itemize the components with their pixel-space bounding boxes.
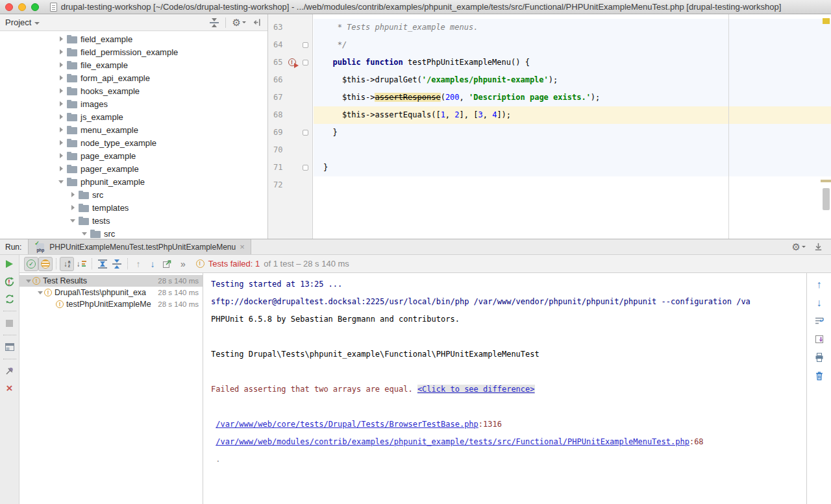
fold-marker-icon[interactable] (303, 60, 308, 66)
chevron-right-icon[interactable] (57, 87, 65, 95)
project-tree-item-page_example[interactable]: page_example (0, 149, 267, 162)
print-button[interactable] (813, 351, 826, 364)
project-tree-item-field_permission_example[interactable]: field_permission_example (0, 45, 267, 58)
test-failed-gutter-icon[interactable] (288, 58, 296, 66)
stop-button[interactable] (4, 317, 16, 329)
code-line-text[interactable] (314, 176, 831, 194)
scroll-to-end-button[interactable] (813, 333, 826, 346)
previous-failed-test-button[interactable]: ↑ (131, 257, 145, 271)
line-number[interactable]: 66 (268, 71, 286, 89)
line-number[interactable]: 72 (268, 176, 286, 194)
line-number[interactable]: 65 (268, 54, 286, 71)
up-stack-trace-button[interactable]: ↑ (813, 278, 826, 291)
pin-tab-button[interactable] (4, 365, 16, 377)
chevron-right-icon[interactable] (57, 35, 65, 43)
import-test-results-button[interactable] (160, 257, 174, 271)
sort-alphabetically-button[interactable]: ↓az (60, 257, 74, 271)
close-window-button[interactable] (5, 3, 13, 11)
caret-stripe-mark[interactable] (821, 180, 831, 182)
warning-stripe-mark[interactable] (823, 18, 830, 24)
chevron-right-icon[interactable] (57, 126, 65, 134)
chevron-right-icon[interactable] (57, 165, 65, 173)
editor[interactable]: 63 * Tests phpunit_example menus.64 */65… (268, 14, 831, 239)
rerun-failed-tests-button[interactable]: ! (4, 276, 16, 287)
project-tree-item-tests[interactable]: tests (0, 214, 267, 227)
project-tree-item-src[interactable]: src (0, 227, 267, 239)
close-tool-window-button[interactable]: × (4, 383, 16, 394)
project-tree-item-pager_example[interactable]: pager_example (0, 162, 267, 175)
chevron-right-icon[interactable] (57, 100, 65, 108)
line-number[interactable]: 63 (268, 19, 286, 36)
chevron-down-icon[interactable] (36, 289, 44, 296)
chevron-down-icon[interactable] (57, 178, 65, 186)
down-stack-trace-button[interactable]: ↓ (813, 296, 826, 309)
project-panel-title[interactable]: Project (5, 18, 40, 27)
project-tree-item-images[interactable]: images (0, 97, 267, 110)
hide-panel-icon[interactable] (253, 18, 262, 27)
code-line-text[interactable]: $this->drupalGet('/examples/phpunit-exam… (314, 71, 831, 89)
project-tree-item-hooks_example[interactable]: hooks_example (0, 84, 267, 97)
line-number[interactable]: 64 (268, 36, 286, 54)
line-number[interactable]: 67 (268, 89, 286, 106)
restore-layout-button[interactable] (4, 341, 16, 353)
test-tree-item[interactable]: testPhpUnitExampleMe28 s 140 ms (19, 298, 203, 310)
project-tree-item-templates[interactable]: templates (0, 201, 267, 214)
chevron-right-icon[interactable] (57, 139, 65, 147)
code-line-text[interactable]: */ (314, 36, 831, 54)
collapse-all-icon[interactable] (210, 18, 219, 27)
collapse-all-button[interactable] (110, 257, 124, 271)
show-ignored-button[interactable] (38, 257, 53, 271)
project-tree-item-form_api_example[interactable]: form_api_example (0, 71, 267, 84)
run-tab[interactable]: php✓ PHPUnitExampleMenuTest.testPhpUnitE… (28, 239, 251, 254)
next-failed-test-button[interactable]: ↓ (145, 257, 160, 271)
code-line-text[interactable] (314, 141, 831, 159)
show-passed-button[interactable]: ✓ (24, 257, 38, 271)
soft-wrap-button[interactable] (813, 315, 826, 328)
fold-marker-icon[interactable] (303, 42, 308, 48)
fold-marker-icon[interactable] (303, 130, 308, 136)
line-number[interactable]: 70 (268, 141, 286, 159)
hide-tool-window-icon[interactable] (813, 242, 823, 252)
rerun-button[interactable] (4, 258, 16, 270)
close-tab-icon[interactable]: × (240, 244, 245, 250)
project-tree-item-js_example[interactable]: js_example (0, 110, 267, 123)
project-tree-item-src[interactable]: src (0, 188, 267, 201)
line-number[interactable]: 71 (268, 159, 286, 176)
project-tree-item-file_example[interactable]: file_example (0, 58, 267, 71)
sort-by-duration-button[interactable]: ↓ (74, 257, 88, 271)
project-tree-item-node_type_example[interactable]: node_type_example (0, 136, 267, 149)
code-line-text[interactable]: * Tests phpunit_example menus. (314, 19, 831, 36)
line-number[interactable]: 68 (268, 106, 286, 124)
chevron-right-icon[interactable] (57, 48, 65, 56)
test-console[interactable]: Testing started at 13:25 ...sftp://docke… (203, 273, 806, 504)
gear-icon[interactable]: ⚙ (792, 243, 806, 252)
chevron-right-icon[interactable] (69, 191, 77, 198)
chevron-right-icon[interactable] (57, 152, 65, 160)
more-actions-icon[interactable]: » (180, 259, 186, 269)
chevron-right-icon[interactable] (57, 74, 65, 82)
project-tree-item-phpunit_example[interactable]: phpunit_example (0, 175, 267, 188)
zoom-window-button[interactable] (31, 3, 39, 11)
chevron-down-icon[interactable] (81, 230, 88, 237)
test-tree-item[interactable]: Drupal\Tests\phpunit_exa28 s 140 ms (19, 287, 203, 298)
console-link[interactable]: /var/www/web/modules/contrib/examples/ph… (216, 437, 689, 446)
project-tree-item-field_example[interactable]: field_example (0, 32, 267, 45)
code-line-text[interactable]: } (314, 124, 831, 141)
test-tree-item[interactable]: Test Results28 s 140 ms (19, 275, 203, 287)
expand-all-button[interactable] (95, 257, 110, 271)
toggle-auto-test-button[interactable] (4, 293, 16, 305)
editor-scrollbar-thumb[interactable] (823, 188, 830, 210)
chevron-down-icon[interactable] (69, 217, 77, 224)
code-line-text[interactable]: $this->assertEquals([1, 2], [3, 4]); (314, 106, 831, 124)
fold-marker-icon[interactable] (303, 165, 308, 171)
code-line-text[interactable]: public function testPhpUnitExampleMenu()… (314, 54, 831, 71)
line-number[interactable]: 69 (268, 124, 286, 141)
chevron-right-icon[interactable] (57, 61, 65, 69)
gear-icon[interactable]: ⚙ (232, 18, 246, 27)
chevron-right-icon[interactable] (57, 113, 65, 121)
console-link[interactable]: /var/www/web/core/tests/Drupal/Tests/Bro… (216, 420, 478, 429)
clear-all-button[interactable] (813, 369, 826, 382)
code-line-text[interactable]: $this->assertResponse(200, 'Description … (314, 89, 831, 106)
chevron-down-icon[interactable] (25, 277, 32, 285)
project-tree-item-menu_example[interactable]: menu_example (0, 123, 267, 136)
